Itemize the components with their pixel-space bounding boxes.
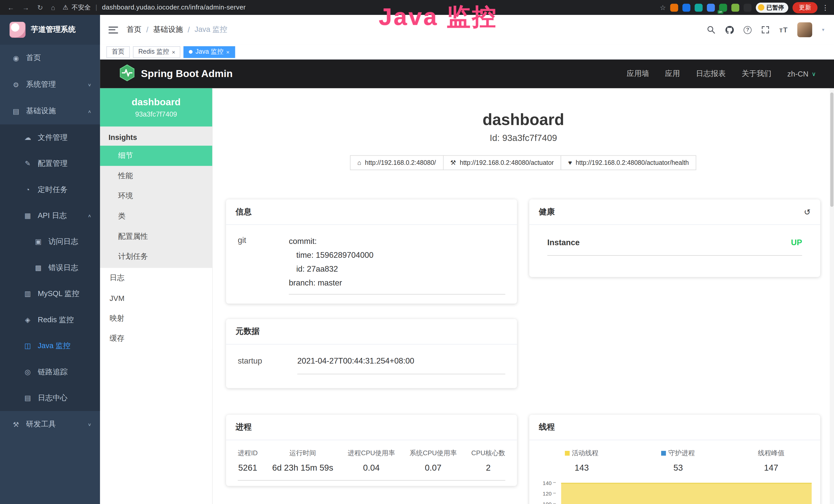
back-icon[interactable]: ←	[7, 3, 14, 11]
extension-icon[interactable]	[682, 3, 690, 11]
avatar[interactable]	[797, 22, 812, 37]
sba-navbar: Spring Boot Admin 应用墙 应用 日志报表 关于我们 zh-CN…	[100, 60, 834, 88]
metric-label: 进程CPU使用率	[348, 449, 395, 458]
close-icon[interactable]: ×	[226, 48, 229, 55]
breadcrumb-home[interactable]: 首页	[127, 25, 141, 35]
sba-nav-journal[interactable]: 日志报表	[696, 69, 726, 78]
instance-header[interactable]: dashboard 93a3fc7f7409	[100, 88, 212, 127]
health-row[interactable]: Instance UP	[547, 238, 802, 256]
scrollbar[interactable]	[830, 88, 834, 504]
info-card-body: git commit: time: 1596289704000 id: 27aa…	[226, 225, 517, 303]
extension-icon[interactable]	[707, 3, 715, 11]
sidebar-item-infrastructure[interactable]: ▤ 基础设施 ∧	[0, 98, 100, 124]
extension-icon[interactable]	[744, 3, 751, 11]
metric-cpu-cores: CPU核心数 2	[471, 449, 505, 473]
sba-item-logs[interactable]: 日志	[100, 268, 212, 288]
forward-icon[interactable]: →	[22, 3, 29, 11]
instance-link-actuator[interactable]: ⚒ http://192.168.0.2:48080/actuator	[443, 155, 561, 170]
scrollbar-thumb[interactable]	[830, 92, 833, 207]
y-tick-label: 140	[543, 480, 552, 486]
sidebar-item-trace[interactable]: ◎ 链路追踪	[0, 359, 100, 385]
history-icon[interactable]: ↺	[804, 207, 811, 217]
card-title: 元数据	[236, 326, 259, 336]
page-title: dashboard	[213, 111, 834, 129]
sidebar-item-system[interactable]: ⚙ 系统管理 ∨	[0, 71, 100, 98]
sidebar-item-file[interactable]: ☁ 文件管理	[0, 124, 100, 151]
github-icon[interactable]	[725, 25, 734, 34]
fullscreen-icon[interactable]	[761, 25, 770, 34]
sidebar-item-access-log[interactable]: ▣ 访问日志	[0, 229, 100, 254]
font-size-icon[interactable]: тT	[779, 26, 788, 33]
gear-icon: ⚙	[10, 81, 21, 89]
breadcrumb-separator: /	[188, 25, 190, 34]
update-button[interactable]: 更新	[792, 2, 817, 13]
sba-item-caches[interactable]: 缓存	[100, 329, 212, 349]
extension-icon[interactable]	[670, 3, 678, 11]
sba-item-config-props[interactable]: 配置属性	[100, 226, 212, 247]
browser-chrome: ← → ↻ ⌂ ⚠ 不安全 | dashboard.yudao.iocoder.…	[0, 0, 834, 15]
sba-sidebar: dashboard 93a3fc7f7409 Insights 细节 性能 环境…	[100, 88, 213, 504]
extension-icon[interactable]: on	[719, 3, 727, 11]
close-icon[interactable]: ×	[172, 48, 175, 55]
sidebar-item-error-log[interactable]: ▩ 错误日志	[0, 255, 100, 281]
app-sidebar: 芋道管理系统 ◉ 首页 ⚙ 系统管理 ∨ ▤ 基础设施 ∧ ☁ 文件管理 ✎ 配…	[0, 15, 100, 504]
status-badge: UP	[791, 238, 802, 247]
trace-icon: ◎	[22, 368, 33, 376]
sba-item-scheduled[interactable]: 计划任务	[100, 247, 212, 267]
chart-y-axis: 140 120 100	[536, 480, 556, 504]
locale-select[interactable]: zh-CN ∨	[787, 70, 816, 78]
extension-icon[interactable]	[695, 3, 702, 11]
sidebar-item-scheduled-tasks[interactable]: ◔ 定时任务	[0, 177, 100, 203]
instance-link-root[interactable]: ⌂ http://192.168.0.2:48080/	[350, 155, 443, 170]
sidebar-item-label: API 日志	[38, 211, 67, 220]
help-icon[interactable]: ?	[744, 26, 751, 33]
sba-brand[interactable]: Spring Boot Admin	[119, 65, 233, 84]
sba-item-jvm[interactable]: JVM	[100, 288, 212, 308]
sidebar-item-mysql[interactable]: ▥ MySQL 监控	[0, 281, 100, 306]
sba-item-performance[interactable]: 性能	[100, 166, 212, 186]
link-url: http://192.168.0.2:48080/	[365, 159, 436, 166]
sba-item-details[interactable]: 细节	[100, 145, 212, 166]
metric-process-cpu: 进程CPU使用率 0.04	[348, 449, 395, 473]
sidebar-item-api-log[interactable]: ▦ API 日志 ∧	[0, 203, 100, 229]
sba-nav-wallboard[interactable]: 应用墙	[627, 69, 649, 78]
breadcrumb-infrastructure[interactable]: 基础设施	[153, 25, 183, 35]
url-text[interactable]: dashboard.yudao.iocoder.cn/infra/admin-s…	[102, 4, 246, 11]
sba-item-mappings[interactable]: 映射	[100, 308, 212, 329]
threads-area-series	[561, 483, 812, 504]
sba-nav-applications[interactable]: 应用	[665, 69, 680, 78]
sba-item-classes[interactable]: 类	[100, 206, 212, 226]
sidebar-item-log-center[interactable]: ▤ 日志中心	[0, 385, 100, 411]
profile-paused-badge[interactable]: 已暂停	[756, 2, 788, 12]
tab-redis-monitor[interactable]: Redis 监控 ×	[133, 46, 180, 58]
chevron-down-icon[interactable]: ▾	[822, 27, 824, 32]
security-indicator[interactable]: ⚠ 不安全	[63, 3, 91, 12]
sidebar-item-redis[interactable]: ◈ Redis 监控	[0, 307, 100, 333]
active-dot	[189, 50, 193, 54]
bookmark-star-icon[interactable]: ☆	[660, 3, 666, 11]
extension-icon[interactable]	[731, 3, 739, 11]
tab-home[interactable]: 首页	[106, 46, 130, 58]
search-icon[interactable]	[707, 25, 715, 34]
insights-group: Insights 细节 性能 环境 类 配置属性 计划任务	[100, 127, 212, 268]
sidebar-item-home[interactable]: ◉ 首页	[0, 45, 100, 71]
info-line: id: 27aa832	[289, 262, 505, 276]
sidebar-item-dev-tools[interactable]: ⚒ 研发工具 ∨	[0, 411, 100, 438]
app-logo[interactable]: 芋道管理系统	[0, 15, 100, 45]
legend-swatch-live	[565, 451, 570, 456]
sidebar-item-java[interactable]: ◫ Java 监控	[0, 333, 100, 359]
browser-menu-icon[interactable]: ⋮	[822, 3, 829, 11]
warning-icon: ⚠	[63, 4, 68, 11]
locale-label: zh-CN	[787, 70, 808, 78]
file-icon: ☁	[22, 134, 33, 141]
hamburger-icon[interactable]	[108, 26, 118, 33]
sba-item-environment[interactable]: 环境	[100, 186, 212, 206]
sidebar-item-label: 定时任务	[38, 185, 68, 194]
sidebar-item-config[interactable]: ✎ 配置管理	[0, 151, 100, 176]
breadcrumb-separator: /	[146, 25, 148, 34]
refresh-icon[interactable]: ↻	[37, 3, 43, 11]
instance-link-health[interactable]: ♥ http://192.168.0.2:48080/actuator/heal…	[561, 155, 696, 170]
sba-nav-about[interactable]: 关于我们	[742, 69, 771, 78]
browser-home-icon[interactable]: ⌂	[51, 3, 55, 11]
tab-java-monitor[interactable]: Java 监控 ×	[184, 46, 235, 58]
